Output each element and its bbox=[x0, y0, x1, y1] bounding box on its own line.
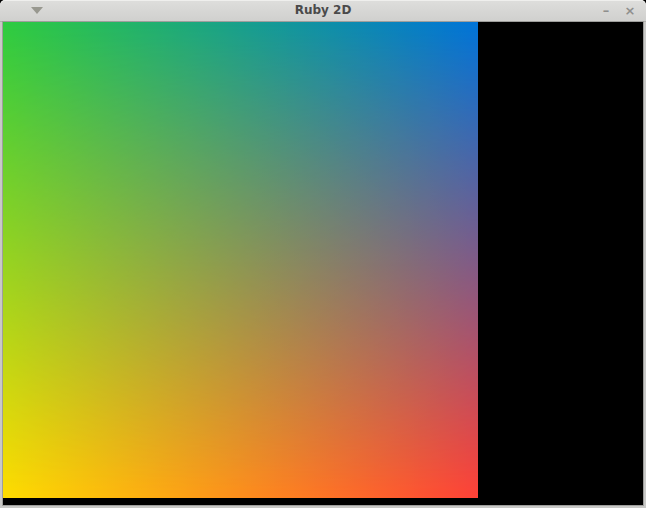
window-frame bbox=[0, 22, 646, 508]
window-controls: – × bbox=[598, 0, 638, 22]
gradient-quad bbox=[3, 22, 478, 498]
window-title: Ruby 2D bbox=[0, 0, 646, 21]
minimize-button[interactable]: – bbox=[598, 1, 614, 21]
app-window: Ruby 2D – × bbox=[0, 0, 646, 508]
app-canvas bbox=[3, 22, 643, 505]
window-menu-icon[interactable] bbox=[31, 7, 43, 14]
close-button[interactable]: × bbox=[622, 1, 638, 21]
titlebar[interactable]: Ruby 2D – × bbox=[0, 0, 646, 22]
